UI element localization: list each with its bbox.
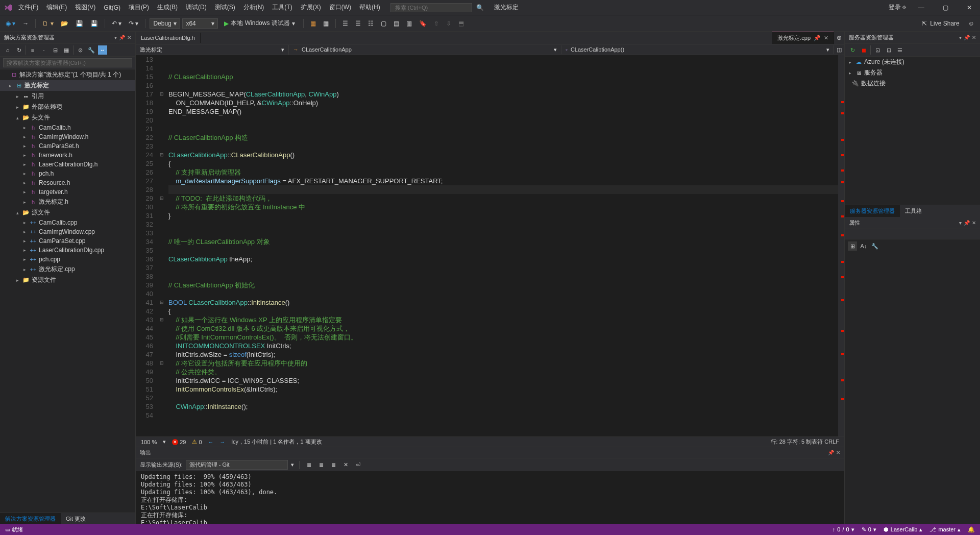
- se2-pin-icon[interactable]: 📌: [964, 35, 970, 40]
- prop-cat-icon[interactable]: ⊞: [848, 241, 857, 251]
- file-node[interactable]: ▸++LaserCalibrationDlg.cpp: [0, 246, 135, 255]
- srv-icon-3[interactable]: ☰: [895, 45, 904, 55]
- open-icon[interactable]: 📂: [58, 18, 71, 29]
- tb-icon-4[interactable]: ☰: [353, 18, 363, 29]
- file-node[interactable]: ▸++pch.cpp: [0, 255, 135, 264]
- pin-icon[interactable]: 📌: [814, 35, 821, 41]
- tab-solution-explorer[interactable]: 解决方案资源管理器: [0, 513, 61, 525]
- prop-close-icon[interactable]: ✕: [972, 220, 976, 226]
- tb-icon-3[interactable]: ☰: [340, 18, 351, 29]
- tab-toolbox[interactable]: 工具箱: [900, 205, 927, 217]
- sb-repo[interactable]: ⬢ LaserCalib ▴: [884, 526, 923, 533]
- pin-icon[interactable]: 📌: [119, 35, 125, 40]
- file-node[interactable]: ▸hCamImgWindow.h: [0, 132, 135, 141]
- solution-root[interactable]: ⊡解决方案"激光标定"(1 个项目/共 1 个): [0, 69, 135, 80]
- file-node[interactable]: ▸hLaserCalibrationDlg.h: [0, 160, 135, 169]
- minimap[interactable]: [838, 55, 844, 436]
- tb-icon-2[interactable]: ▦: [321, 18, 331, 29]
- azure-node[interactable]: ▸☁Azure (未连接): [845, 57, 980, 67]
- se-icon-1[interactable]: ≡: [28, 45, 37, 55]
- tb-icon-11[interactable]: ⇩: [444, 18, 454, 29]
- solution-search-input[interactable]: [3, 58, 132, 67]
- output-text[interactable]: Updating files: 99% (459/463) Updating f…: [136, 471, 844, 525]
- ext-deps-node[interactable]: ▸📁外部依赖项: [0, 102, 135, 112]
- nav-class-dropdown[interactable]: →CLaserCalibtionApp▾: [289, 45, 561, 54]
- menu-git[interactable]: Git(G): [100, 2, 125, 13]
- menu-file[interactable]: 文件(F): [14, 1, 42, 14]
- out-tb-3[interactable]: ≣: [329, 460, 338, 470]
- file-node[interactable]: ▸++CamParaSet.cpp: [0, 236, 135, 246]
- srv-icon-1[interactable]: ⊡: [873, 45, 882, 55]
- nav-scope-dropdown[interactable]: 激光标定▾: [136, 45, 289, 55]
- sb-notify-icon[interactable]: 🔔: [968, 526, 975, 533]
- tab-git-changes[interactable]: Git 更改: [61, 513, 91, 525]
- nav-back-icon[interactable]: ◉ ▾: [3, 18, 18, 29]
- menu-analyze[interactable]: 分析(N): [239, 1, 268, 14]
- feedback-icon[interactable]: ☺: [966, 18, 977, 29]
- file-node[interactable]: ▸hpch.h: [0, 169, 135, 178]
- undo-icon[interactable]: ↶ ▾: [109, 18, 124, 29]
- sb-pending[interactable]: ✎ 0 ▾: [862, 526, 876, 533]
- global-search-input[interactable]: [390, 3, 472, 12]
- menu-build[interactable]: 生成(B): [153, 1, 182, 14]
- zoom-level[interactable]: 100 %: [141, 439, 157, 445]
- live-share-button[interactable]: ⇱ Live Share: [918, 19, 963, 28]
- data-conn-node[interactable]: 🔌数据连接: [845, 78, 980, 89]
- menu-extensions[interactable]: 扩展(X): [297, 1, 325, 14]
- out-tb-2[interactable]: ≣: [317, 460, 326, 470]
- tb-icon-10[interactable]: ⇧: [431, 18, 442, 29]
- menu-test[interactable]: 测试(S): [211, 1, 239, 14]
- file-node[interactable]: ▸h激光标定.h: [0, 197, 135, 207]
- srv-refresh-icon[interactable]: ↻: [848, 45, 857, 55]
- menu-tools[interactable]: 工具(T): [268, 1, 296, 14]
- tb-icon-7[interactable]: ▤: [391, 18, 402, 29]
- file-node[interactable]: ▸++CamImgWindow.cpp: [0, 227, 135, 236]
- save-icon[interactable]: 💾: [73, 18, 86, 29]
- tb-icon-6[interactable]: ▢: [378, 18, 389, 29]
- tb-icon-12[interactable]: ⬒: [456, 18, 467, 29]
- tb-icon-9[interactable]: 🔖: [416, 18, 429, 29]
- doc-tab-inactive[interactable]: LaserCalibrationDlg.h: [136, 33, 201, 43]
- code-editor[interactable]: 1314151617181920212223242526272829303132…: [136, 55, 844, 436]
- new-proj-icon[interactable]: 🗋 ▾: [40, 18, 56, 29]
- out-wrap-icon[interactable]: ⏎: [354, 460, 363, 470]
- prop-pin-icon[interactable]: 📌: [964, 220, 970, 226]
- refs-node[interactable]: ▸▪▪引用: [0, 91, 135, 102]
- res-folder[interactable]: ▸📁资源文件: [0, 275, 135, 285]
- prop-sort-icon[interactable]: A↓: [859, 241, 868, 251]
- project-node[interactable]: ▸⊞激光标定: [0, 80, 135, 91]
- nav-prev-icon[interactable]: ←: [208, 439, 214, 445]
- error-count[interactable]: ✕29: [172, 439, 186, 445]
- file-node[interactable]: ▸htargetver.h: [0, 187, 135, 197]
- nav-fwd-icon[interactable]: →: [20, 18, 31, 29]
- split-icon[interactable]: ◫: [834, 45, 844, 55]
- file-node[interactable]: ▸++激光标定.cpp: [0, 264, 135, 275]
- out-close-icon[interactable]: ✕: [836, 450, 840, 455]
- search-icon[interactable]: 🔍: [472, 3, 488, 12]
- out-clear-icon[interactable]: ✕: [341, 460, 351, 470]
- menu-help[interactable]: 帮助(H): [355, 1, 384, 14]
- output-source-dropdown[interactable]: 源代码管理 - Git: [186, 460, 288, 470]
- file-node[interactable]: ▸hCamParaSet.h: [0, 141, 135, 151]
- config-dropdown[interactable]: Debug▾: [150, 18, 180, 29]
- menu-view[interactable]: 视图(V): [71, 1, 100, 14]
- menu-window[interactable]: 窗口(W): [325, 1, 355, 14]
- tb-icon-8[interactable]: ▥: [404, 18, 414, 29]
- start-debugging-button[interactable]: ▶本地 Windows 调试器 ▾: [220, 18, 299, 29]
- se-icon-2[interactable]: ·: [39, 45, 48, 55]
- tb-icon-1[interactable]: ▦: [308, 18, 318, 29]
- file-node[interactable]: ▸hResource.h: [0, 178, 135, 187]
- sources-folder[interactable]: ▴📂源文件: [0, 207, 135, 218]
- menu-project[interactable]: 项目(P): [125, 1, 153, 14]
- save-all-icon[interactable]: 💾: [88, 18, 101, 29]
- se-properties-icon[interactable]: 🔧: [87, 45, 96, 55]
- out-tb-1[interactable]: ≣: [305, 460, 314, 470]
- prop-wrench-icon[interactable]: 🔧: [870, 241, 879, 251]
- tab-close-icon[interactable]: ✕: [824, 35, 828, 41]
- se-collapse-icon[interactable]: ⊟: [51, 45, 60, 55]
- maximize-button[interactable]: ▢: [937, 2, 954, 13]
- sb-push[interactable]: ↑ 0 / 0 ▾: [832, 526, 854, 533]
- file-node[interactable]: ▸hCamCalib.h: [0, 123, 135, 132]
- dropdown-icon[interactable]: ▾: [114, 35, 117, 40]
- menu-debug[interactable]: 调试(D): [182, 1, 211, 14]
